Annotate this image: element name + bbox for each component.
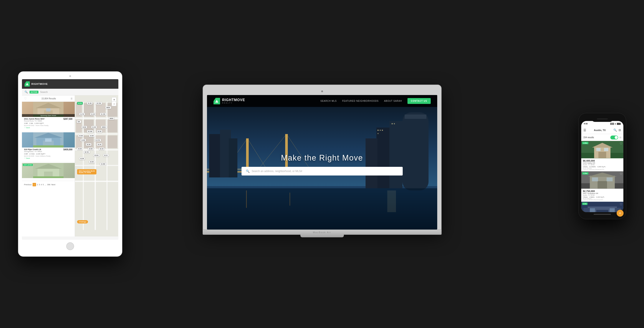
nav-about[interactable]: ABOUT SARAH	[384, 100, 402, 102]
next-page-button[interactable]: Next	[51, 183, 56, 186]
map-pin-3[interactable]: $3.75M	[96, 102, 102, 105]
map-pin-7[interactable]: $1.15M	[100, 113, 106, 115]
svg-rect-25	[378, 133, 378, 134]
svg-rect-91	[610, 208, 615, 212]
svg-rect-87	[583, 208, 590, 212]
map-pin-23[interactable]: $2.1M	[99, 148, 105, 150]
phone-listing-info-2: $2,750,000 4907 Tim&elline DR Austin, TX…	[581, 189, 623, 201]
map-pin-12[interactable]: $890K	[101, 126, 107, 128]
phone-listing-3[interactable]: 1.3m ♡ $2,840,000 4906 Rollingwood DR Au…	[581, 202, 623, 212]
phone-map-toggle[interactable]	[610, 135, 618, 139]
map-pin-8[interactable]: $985K	[108, 117, 115, 120]
app-search-bar[interactable]: 🔍 ACTIVE Search	[22, 89, 118, 95]
app-logo-icon	[24, 81, 30, 87]
phone-heart-2[interactable]: ♡	[620, 172, 622, 176]
map-pin-17[interactable]: $1.8M	[80, 139, 86, 142]
map-pin-24[interactable]: $6.79K	[84, 151, 90, 153]
page-5-button[interactable]: 5	[43, 183, 44, 186]
svg-rect-90	[590, 208, 595, 212]
map-pin-13[interactable]: $3.15M	[87, 130, 94, 133]
map-pin-19[interactable]: $2.3M	[86, 143, 92, 146]
phone-address-1: 2423 Hatley DR	[583, 162, 622, 164]
phone-search-icon[interactable]: 🔍	[613, 128, 617, 132]
phone-filter-icon[interactable]: ⊟	[618, 128, 621, 132]
map-pin-9[interactable]: $3K	[77, 120, 81, 123]
map-zoom-out[interactable]: −	[112, 102, 116, 106]
map-pin-10[interactable]: $2.8M	[82, 126, 87, 128]
nav-featured[interactable]: FEATURED NEIGHBORHOODS	[342, 100, 378, 102]
tablet-home-button[interactable]	[22, 240, 118, 253]
map-pin-22[interactable]: $3.9M	[88, 148, 94, 150]
phone-heart-1[interactable]: ♡	[620, 142, 622, 145]
save-property-1[interactable]: ♡ Save	[24, 127, 72, 129]
property-info-1: $287,500 2311 Aaron Ross WAY Round Rock,…	[22, 117, 75, 130]
phone-listing-2[interactable]: 1.25m ♡ $2,750,000 4907 Tim&elline DR Au…	[581, 171, 623, 202]
map-popup[interactable]: 2821 Exposition BLVD Austin, TX 78703	[77, 169, 97, 174]
map-pin-11[interactable]: $1.3M	[91, 126, 97, 128]
list-sort-icon[interactable]: ☰	[70, 97, 72, 100]
map-pin-16[interactable]: $2.8M	[89, 135, 95, 137]
svg-rect-36	[46, 108, 50, 112]
map-pin-18[interactable]: $1.57M	[94, 139, 101, 142]
popup-city: Austin, TX 78703	[79, 172, 95, 173]
map-pin-4[interactable]: $895K	[105, 106, 112, 109]
laptop-brand: MacBook Air	[313, 231, 331, 234]
property-price-2: $409,000	[64, 148, 72, 151]
phone-listing-image-2: 1.25m ♡	[581, 171, 623, 189]
svg-rect-20	[290, 193, 290, 206]
search-icon: 🔍	[246, 169, 250, 173]
phone-listing-image-3: 1.3m ♡	[581, 202, 623, 212]
pagination: Previous 1 2 3 4 5 ... 396 Next	[22, 181, 75, 188]
phone-listing-image-1: 1.06m ♡	[581, 141, 623, 158]
page-last-button[interactable]: 396	[47, 183, 50, 186]
map-pin-29[interactable]: $1.89M	[100, 163, 106, 165]
list-heart-icon[interactable]: ♡	[24, 97, 27, 100]
app-map[interactable]: $2.5M $1.3M $3.75M $895K $1.7M $1.1M $1.…	[75, 95, 118, 236]
results-count: 15,804 Results	[42, 97, 56, 100]
page-2-button[interactable]: 2	[37, 183, 38, 186]
hamburger-icon[interactable]: ☰	[584, 128, 586, 132]
listings-cluster-badge[interactable]: 3 listings	[77, 220, 88, 223]
nav-contact-button[interactable]: CONTACT US	[408, 98, 431, 104]
nav-logo: RIGHTMOVE REALTY	[214, 98, 245, 104]
svg-rect-42	[45, 138, 52, 142]
phone-listing-1[interactable]: 1.06m ♡ $8,400,000 2423 Hatley DR Austin…	[581, 141, 623, 171]
phone-city-2: Austin, TX 78746	[583, 194, 622, 196]
map-pin-15[interactable]: $4.9M	[78, 135, 84, 137]
map-pin-21[interactable]: $5.3M	[77, 148, 83, 150]
svg-rect-27	[394, 123, 395, 124]
property-mls-1: MLS# 8272002 Home Team Realty	[24, 125, 72, 126]
svg-rect-82	[592, 177, 598, 181]
map-pin-25[interactable]: $3.93K	[94, 154, 100, 157]
map-pin-2[interactable]: $1.3M	[87, 102, 93, 105]
phone-price-2: $2,750,000	[583, 190, 622, 192]
phone-list-filter-icon[interactable]: ⊟	[620, 136, 621, 139]
svg-rect-17	[229, 138, 238, 177]
svg-rect-22	[378, 130, 378, 131]
map-pin-5[interactable]: $1.7M	[79, 113, 85, 115]
phone-screen: 4:32 ▐▐▐ ▲ ▓▓▓ ☰ Austin, TX 🔍 ⊟	[581, 121, 623, 212]
laptop-camera	[321, 90, 323, 92]
prev-page-button[interactable]: Previous	[24, 183, 32, 186]
hero-title: Make the Right Move	[242, 153, 403, 163]
nav-search-mls[interactable]: SEARCH MLS	[320, 100, 337, 102]
page-4-button[interactable]: 4	[41, 183, 42, 186]
status-icons: ▐▐▐ ▲ ▓▓▓	[610, 123, 620, 125]
save-property-2[interactable]: ♡ Save	[24, 157, 72, 159]
hero-search-bar[interactable]: 🔍 Search an address, neighborhood, or ML…	[242, 167, 403, 175]
page-3-button[interactable]: 3	[39, 183, 40, 186]
svg-rect-3	[405, 115, 426, 119]
svg-rect-24	[382, 130, 383, 131]
rightmove-logo-icon	[214, 98, 220, 104]
map-pin-26[interactable]: $2.1K	[103, 154, 109, 157]
svg-rect-76	[604, 148, 608, 151]
map-pin-20[interactable]: $2.1M	[97, 143, 102, 146]
map-pin-27[interactable]: $2.2M	[79, 157, 85, 160]
open-house-label: Upcoming Open House	[22, 114, 75, 117]
map-pin-28[interactable]: $2.0M	[89, 161, 95, 163]
phone-heart-3[interactable]: ♡	[620, 203, 622, 206]
map-pin-6[interactable]: $1.1M	[90, 113, 96, 115]
map-pin-14[interactable]: $2.1M	[97, 130, 102, 133]
map-pin-1[interactable]: $2.5M	[77, 102, 83, 105]
map-zoom-in[interactable]: +	[112, 97, 116, 102]
